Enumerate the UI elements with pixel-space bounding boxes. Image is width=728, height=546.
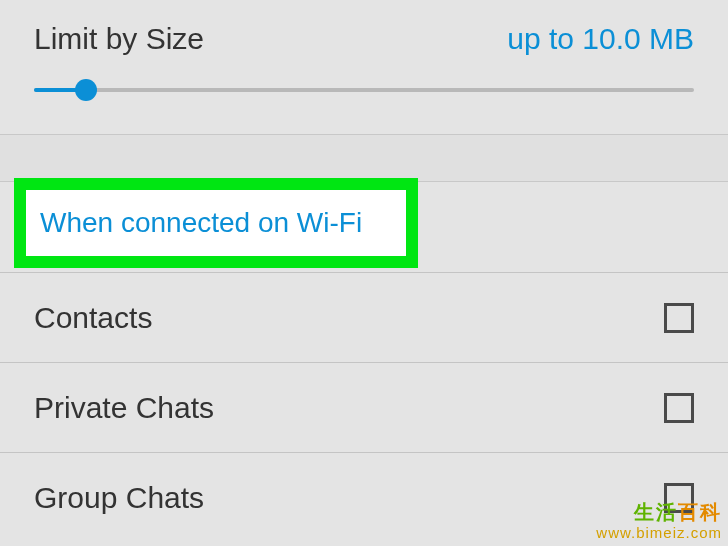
limit-by-size-value: up to 10.0 MB: [507, 22, 694, 56]
section-header-wifi: When connected on Wi-Fi: [40, 207, 362, 239]
slider-thumb[interactable]: [75, 79, 97, 101]
row-contacts[interactable]: Contacts: [0, 272, 728, 362]
checkbox-private-chats[interactable]: [664, 393, 694, 423]
row-contacts-label: Contacts: [34, 301, 152, 335]
row-group-chats[interactable]: Group Chats: [0, 452, 728, 542]
checkbox-group-chats[interactable]: [664, 483, 694, 513]
row-private-chats-label: Private Chats: [34, 391, 214, 425]
slider-track: [34, 88, 694, 92]
checkbox-contacts[interactable]: [664, 303, 694, 333]
size-slider-container: [0, 56, 728, 134]
limit-by-size-label: Limit by Size: [34, 22, 204, 56]
row-private-chats[interactable]: Private Chats: [0, 362, 728, 452]
size-slider[interactable]: [34, 82, 694, 98]
limit-by-size-row: Limit by Size up to 10.0 MB: [0, 0, 728, 56]
highlight-frame: When connected on Wi-Fi: [14, 178, 418, 268]
section-separator: [0, 134, 728, 182]
row-group-chats-label: Group Chats: [34, 481, 204, 515]
